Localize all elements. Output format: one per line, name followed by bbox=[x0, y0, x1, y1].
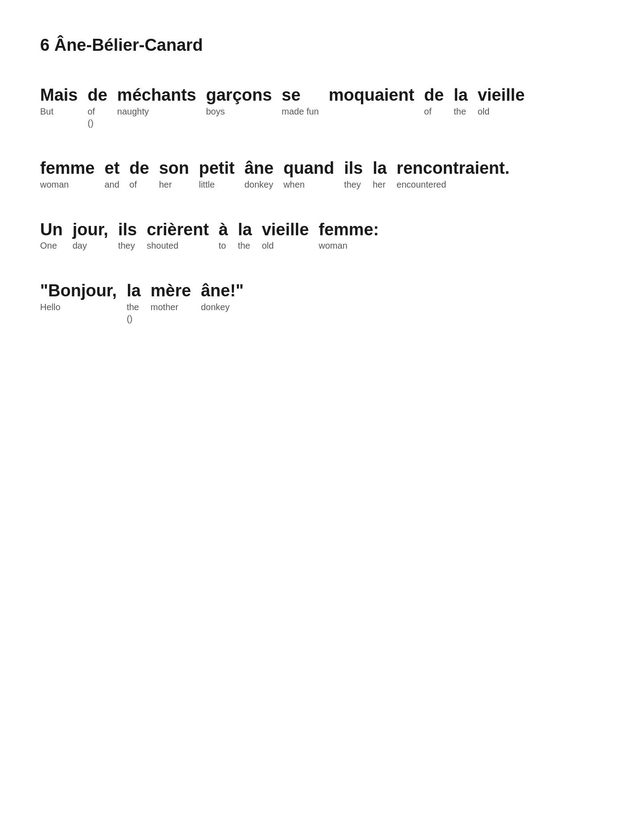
english-translation-3-6: the bbox=[238, 240, 250, 251]
french-word-4-1: "Bonjour, bbox=[40, 282, 117, 300]
french-word-1-6: moquaient bbox=[328, 86, 414, 105]
word-unit-1-8: lathe bbox=[454, 86, 468, 117]
english-translation-2-10: encountered bbox=[397, 179, 446, 190]
word-unit-4-3: mèremother bbox=[151, 282, 191, 313]
word-unit-1-3: méchantsnaughty bbox=[117, 86, 196, 117]
sentence-block-3: UnOnejour,dayilstheycrièrentshoutedàtola… bbox=[40, 221, 604, 255]
french-word-1-9: vieille bbox=[478, 86, 525, 105]
word-unit-3-2: jour,day bbox=[73, 221, 108, 252]
word-unit-2-4: sonher bbox=[159, 159, 189, 190]
english-translation-1-3: naughty bbox=[117, 106, 149, 117]
word-unit-3-3: ilsthey bbox=[118, 221, 137, 252]
word-unit-2-7: quandwhen bbox=[283, 159, 334, 190]
french-word-2-1: femme bbox=[40, 159, 95, 178]
word-unit-2-1: femmewoman bbox=[40, 159, 95, 190]
english-translation-1-5: made fun bbox=[282, 106, 319, 117]
word-row-3: UnOnejour,dayilstheycrièrentshoutedàtola… bbox=[40, 221, 604, 255]
word-unit-2-3: deof bbox=[129, 159, 149, 190]
english-translation-1-8: the bbox=[454, 106, 466, 117]
word-unit-2-9: laher bbox=[373, 159, 387, 190]
french-word-4-2: la bbox=[127, 282, 141, 300]
english-translation-1-7: of bbox=[424, 106, 432, 117]
english-translation-3-4: shouted bbox=[147, 240, 178, 251]
french-word-3-5: à bbox=[219, 221, 228, 239]
word-unit-2-2: etand bbox=[105, 159, 120, 190]
english-translation-2-6: donkey bbox=[244, 179, 273, 190]
english-translation-1-4: boys bbox=[206, 106, 225, 117]
word-unit-2-5: petitlittle bbox=[199, 159, 234, 190]
sentence-block-4: "Bonjour,Hellolathe ()mèremotherâne!"don… bbox=[40, 282, 604, 328]
english-translation-3-1: One bbox=[40, 240, 57, 251]
english-translation-3-2: day bbox=[73, 240, 87, 251]
word-row-4: "Bonjour,Hellolathe ()mèremotherâne!"don… bbox=[40, 282, 604, 328]
sentence-block-2: femmewomanetanddeofsonherpetitlittleâned… bbox=[40, 159, 604, 194]
french-word-4-4: âne!" bbox=[201, 282, 244, 300]
french-word-1-3: méchants bbox=[117, 86, 196, 105]
english-translation-2-5: little bbox=[199, 179, 215, 190]
french-word-2-4: son bbox=[159, 159, 189, 178]
word-unit-1-5: semade fun bbox=[282, 86, 319, 117]
french-word-3-6: la bbox=[238, 221, 252, 239]
word-unit-4-2: lathe () bbox=[127, 282, 141, 324]
french-word-3-3: ils bbox=[118, 221, 137, 239]
word-unit-2-8: ilsthey bbox=[344, 159, 363, 190]
word-row-1: MaisButdeof ()méchantsnaughtygarçonsboys… bbox=[40, 86, 604, 132]
french-word-1-2: de bbox=[87, 86, 107, 105]
french-word-2-6: âne bbox=[244, 159, 273, 178]
english-translation-2-8: they bbox=[344, 179, 361, 190]
english-translation-1-9: old bbox=[478, 106, 490, 117]
word-unit-2-10: rencontraient.encountered bbox=[397, 159, 509, 190]
english-translation-3-8: woman bbox=[319, 240, 347, 251]
word-unit-1-2: deof () bbox=[87, 86, 107, 129]
word-unit-4-1: "Bonjour,Hello bbox=[40, 282, 117, 313]
word-unit-1-4: garçonsboys bbox=[206, 86, 272, 117]
english-translation-4-2: the () bbox=[127, 301, 139, 324]
word-unit-1-9: vieilleold bbox=[478, 86, 525, 117]
french-word-3-8: femme: bbox=[319, 221, 379, 239]
french-word-2-7: quand bbox=[283, 159, 334, 178]
english-translation-1-2: of () bbox=[87, 106, 95, 129]
word-unit-3-4: crièrentshouted bbox=[147, 221, 209, 252]
french-word-1-1: Mais bbox=[40, 86, 78, 105]
word-unit-4-4: âne!"donkey bbox=[201, 282, 244, 313]
english-translation-2-2: and bbox=[105, 179, 119, 190]
french-word-1-7: de bbox=[424, 86, 444, 105]
english-translation-3-7: old bbox=[262, 240, 274, 251]
french-word-1-4: garçons bbox=[206, 86, 272, 105]
english-translation-2-7: when bbox=[283, 179, 305, 190]
word-unit-3-6: lathe bbox=[238, 221, 252, 252]
word-unit-1-7: deof bbox=[424, 86, 444, 117]
english-translation-2-9: her bbox=[373, 179, 386, 190]
word-unit-2-6: ânedonkey bbox=[244, 159, 273, 190]
english-translation-3-3: they bbox=[118, 240, 135, 251]
french-word-1-8: la bbox=[454, 86, 468, 105]
word-unit-3-5: àto bbox=[219, 221, 228, 252]
french-word-2-10: rencontraient. bbox=[397, 159, 509, 178]
page-title: 6 Âne-Bélier-Canard bbox=[40, 36, 604, 55]
word-unit-3-1: UnOne bbox=[40, 221, 63, 252]
french-word-3-7: vieille bbox=[262, 221, 309, 239]
english-translation-2-3: of bbox=[129, 179, 137, 190]
english-translation-1-1: But bbox=[40, 106, 53, 117]
english-translation-2-1: woman bbox=[40, 179, 69, 190]
english-translation-4-4: donkey bbox=[201, 301, 230, 313]
french-word-3-2: jour, bbox=[73, 221, 108, 239]
word-unit-3-7: vieilleold bbox=[262, 221, 309, 252]
word-unit-3-8: femme:woman bbox=[319, 221, 379, 252]
sentences-container: MaisButdeof ()méchantsnaughtygarçonsboys… bbox=[40, 86, 604, 328]
french-word-1-5: se bbox=[282, 86, 300, 105]
english-translation-2-4: her bbox=[159, 179, 172, 190]
word-row-2: femmewomanetanddeofsonherpetitlittleâned… bbox=[40, 159, 604, 194]
french-word-2-3: de bbox=[129, 159, 149, 178]
english-translation-4-1: Hello bbox=[40, 301, 61, 313]
sentence-block-1: MaisButdeof ()méchantsnaughtygarçonsboys… bbox=[40, 86, 604, 132]
french-word-3-1: Un bbox=[40, 221, 63, 239]
english-translation-3-5: to bbox=[219, 240, 226, 251]
word-unit-1-1: MaisBut bbox=[40, 86, 78, 117]
french-word-4-3: mère bbox=[151, 282, 191, 300]
page-container: 6 Âne-Bélier-Canard MaisButdeof ()méchan… bbox=[40, 36, 604, 328]
english-translation-4-3: mother bbox=[151, 301, 178, 313]
french-word-3-4: crièrent bbox=[147, 221, 209, 239]
french-word-2-2: et bbox=[105, 159, 120, 178]
word-unit-1-6: moquaient bbox=[328, 86, 414, 106]
